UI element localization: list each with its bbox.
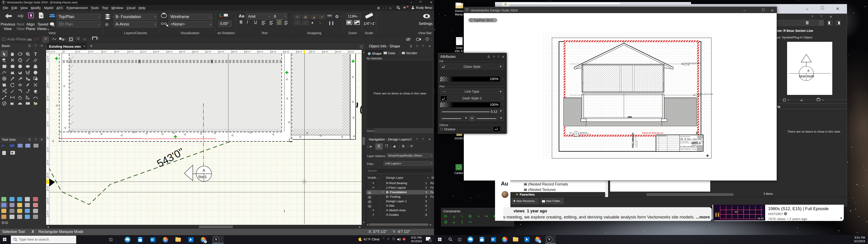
svg-text:22'-0": 22'-0" — [206, 50, 211, 53]
svg-text:16'-0": 16'-0" — [167, 50, 173, 53]
svg-text:32'-0": 32'-0" — [271, 50, 276, 53]
svg-text:SHT-5: SHT-5 — [691, 141, 701, 145]
svg-text:38'-0": 38'-0" — [310, 50, 315, 53]
svg-text:NOT FOR CONSTRUCTION USE: NOT FOR CONSTRUCTION USE — [636, 135, 636, 147]
svg-text:12'-0": 12'-0" — [141, 50, 147, 53]
svg-text:18'-0": 18'-0" — [180, 50, 186, 53]
svg-text:4'-0": 4'-0" — [46, 108, 49, 113]
svg-text:8'-0": 8'-0" — [46, 186, 49, 190]
svg-text:T: T — [34, 51, 37, 57]
svg-text:Sht-5: Sht-5 — [198, 175, 207, 179]
svg-text:142 W. Glendale Rd.: 142 W. Glendale Rd. — [680, 148, 691, 150]
svg-text:New Residence For:: New Residence For: — [680, 136, 690, 138]
svg-text:Foundation Top Of Conc.: Foundation Top Of Conc. — [696, 93, 713, 95]
svg-text:✱: ✱ — [706, 154, 709, 157]
svg-text:12'-0": 12'-0" — [46, 55, 49, 61]
svg-text:14'-0": 14'-0" — [154, 50, 160, 53]
svg-text:4'-0": 4'-0" — [89, 50, 94, 53]
svg-text:#: # — [807, 69, 809, 72]
svg-text:0'': 0'' — [46, 136, 49, 138]
svg-text:FOR REVIEW ONLY: FOR REVIEW ONLY — [637, 140, 638, 147]
svg-text:-2'-0": -2'-0" — [51, 50, 55, 53]
svg-text:44'-0": 44'-0" — [349, 50, 354, 53]
svg-text:D: D — [696, 131, 698, 134]
svg-text:6'-0": 6'-0" — [46, 173, 49, 177]
svg-text:12'-0": 12'-0" — [46, 210, 49, 216]
svg-text:2'-0": 2'-0" — [76, 50, 81, 53]
svg-text:2'-0": 2'-0" — [46, 121, 49, 125]
svg-text:First Floor Top Of Plate: First Floor Top Of Plate — [684, 62, 700, 64]
svg-text:26'-0": 26'-0" — [232, 50, 237, 53]
svg-text:Section A: Section A — [580, 132, 587, 134]
svg-text:6'-0": 6'-0" — [102, 50, 106, 53]
svg-text:40'-0": 40'-0" — [323, 50, 328, 53]
svg-text:Sht#: Sht# — [799, 74, 806, 78]
svg-text:28'-0": 28'-0" — [245, 50, 250, 53]
svg-text:PRELIMINARY: PRELIMINARY — [632, 132, 634, 148]
svg-text:10'-0": 10'-0" — [46, 68, 49, 74]
svg-text:10'-0": 10'-0" — [128, 50, 133, 53]
svg-text:34'-0": 34'-0" — [284, 50, 289, 53]
svg-text:10'-0": 10'-0" — [46, 197, 49, 203]
svg-text:-0 3/4": -0 3/4" — [696, 95, 701, 97]
svg-text:0'': 0'' — [63, 50, 65, 53]
svg-text:8'-0": 8'-0" — [115, 50, 120, 53]
svg-text:2'-0": 2'-0" — [46, 147, 49, 151]
svg-text:Ref#: Ref# — [807, 74, 814, 78]
svg-text:4'-0": 4'-0" — [46, 160, 49, 164]
svg-text:8'-1 7/8": 8'-1 7/8" — [684, 64, 690, 66]
svg-text:A: A — [203, 168, 205, 173]
svg-text:xxx Street Address: xxx Street Address — [680, 142, 689, 143]
svg-text:8'-0": 8'-0" — [46, 82, 49, 87]
svg-text:20'-0": 20'-0" — [193, 50, 198, 53]
svg-text:12345: 12345 — [701, 142, 704, 143]
svg-text:42'-0": 42'-0" — [336, 50, 341, 53]
svg-text:Progress Set: Month Day, Year: Progress Set: Month Day, Year — [642, 132, 663, 134]
svg-text:Scale: 1/2" = 1'-0": Scale: 1/2" = 1'-0" — [574, 135, 585, 137]
svg-text:30'-0": 30'-0" — [258, 50, 264, 53]
svg-text:6'-0": 6'-0" — [46, 95, 49, 100]
svg-text:24'-0": 24'-0" — [219, 50, 224, 53]
svg-text:36'-0": 36'-0" — [297, 50, 302, 53]
